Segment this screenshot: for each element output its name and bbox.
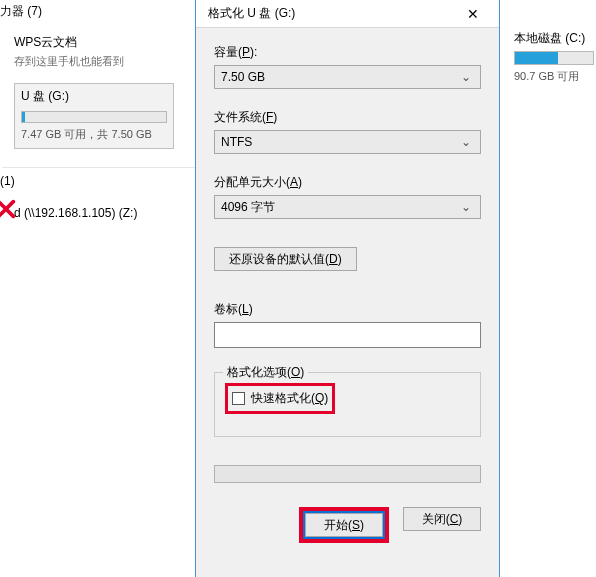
drives-section-header: 力器 (7) <box>0 0 195 28</box>
drive-wps-sub: 存到这里手机也能看到 <box>14 54 195 69</box>
drive-network-name: d (\\192.168.1.105) (Z:) <box>14 206 195 220</box>
allocation-label: 分配单元大小(A) <box>214 174 481 191</box>
filesystem-select[interactable]: NTFS ⌄ <box>214 130 481 154</box>
explorer-right-panel: 本地磁盘 (C:) 90.7 GB 可用 <box>500 0 596 577</box>
drive-wps[interactable]: WPS云文档 存到这里手机也能看到 <box>14 34 195 69</box>
capacity-label: 容量(P): <box>214 44 481 61</box>
highlight-start-button: 开始(S) <box>299 507 389 543</box>
capacity-select[interactable]: 7.50 GB ⌄ <box>214 65 481 89</box>
drive-local-c-caption: 90.7 GB 可用 <box>514 69 596 84</box>
chevron-down-icon: ⌄ <box>458 200 474 214</box>
capacity-value: 7.50 GB <box>221 70 458 84</box>
restore-defaults-button[interactable]: 还原设备的默认值(D) <box>214 247 357 271</box>
format-options-legend: 格式化选项(O) <box>223 364 308 381</box>
volume-label-label: 卷标(L) <box>214 301 481 318</box>
close-icon[interactable]: ✕ <box>453 2 493 26</box>
drive-usb-name: U 盘 (G:) <box>21 88 167 105</box>
filesystem-value: NTFS <box>221 135 458 149</box>
error-x-icon <box>0 198 17 220</box>
explorer-left-panel: 力器 (7) WPS云文档 存到这里手机也能看到 U 盘 (G:) 7.47 G… <box>0 0 195 577</box>
drive-local-c-name: 本地磁盘 (C:) <box>514 30 596 47</box>
allocation-value: 4096 字节 <box>221 199 458 216</box>
drive-local-c[interactable]: 本地磁盘 (C:) 90.7 GB 可用 <box>514 30 596 84</box>
format-dialog: 格式化 U 盘 (G:) ✕ 容量(P): 7.50 GB ⌄ 文件系统(F) … <box>195 0 500 577</box>
format-progress-bar <box>214 465 481 483</box>
dialog-title-text: 格式化 U 盘 (G:) <box>208 5 453 22</box>
drive-local-c-usage-bar <box>514 51 594 65</box>
chevron-down-icon: ⌄ <box>458 135 474 149</box>
allocation-select[interactable]: 4096 字节 ⌄ <box>214 195 481 219</box>
volume-label-input[interactable] <box>214 322 481 348</box>
dialog-titlebar: 格式化 U 盘 (G:) ✕ <box>196 0 499 28</box>
dialog-footer: 开始(S) 关闭(C) <box>214 507 481 543</box>
drive-usb[interactable]: U 盘 (G:) 7.47 GB 可用，共 7.50 GB <box>14 83 174 149</box>
start-button[interactable]: 开始(S) <box>305 513 383 537</box>
quick-format-checkbox-row[interactable]: 快速格式化(Q) <box>232 390 328 407</box>
filesystem-label: 文件系统(F) <box>214 109 481 126</box>
drive-wps-name: WPS云文档 <box>14 34 195 51</box>
network-section-header: (1) <box>0 168 195 196</box>
drive-network[interactable]: d (\\192.168.1.105) (Z:) <box>14 206 195 220</box>
quick-format-checkbox[interactable] <box>232 392 245 405</box>
quick-format-label: 快速格式化(Q) <box>251 390 328 407</box>
format-options-fieldset: 格式化选项(O) 快速格式化(Q) <box>214 372 481 437</box>
highlight-quick-format: 快速格式化(Q) <box>225 383 335 414</box>
drive-usb-caption: 7.47 GB 可用，共 7.50 GB <box>21 127 167 142</box>
close-button[interactable]: 关闭(C) <box>403 507 481 531</box>
drive-usb-usage-bar <box>21 111 167 123</box>
chevron-down-icon: ⌄ <box>458 70 474 84</box>
